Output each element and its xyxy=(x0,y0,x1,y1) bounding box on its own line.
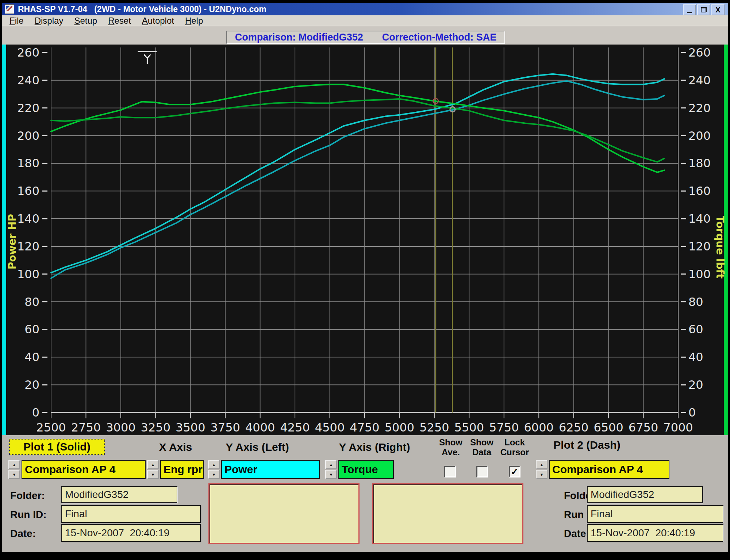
comparison-label: Comparison: ModifiedG352 xyxy=(235,32,363,43)
date-field-right[interactable]: 15-Nov-2007 20:40:19 xyxy=(587,524,723,542)
show-ave-checkbox[interactable] xyxy=(444,466,456,477)
right-tick-label: 200 xyxy=(688,129,711,143)
left-tick-label: 220 xyxy=(17,101,39,115)
spinner-down-icon[interactable]: ▼ xyxy=(8,470,20,479)
right-tick-label: 120 xyxy=(688,239,711,253)
right-axis-title: Torque lbft xyxy=(714,216,726,279)
dyno-chart[interactable]: 0020204040606080801001001201201401401601… xyxy=(2,45,728,435)
spinner-down-icon[interactable]: ▼ xyxy=(147,470,159,479)
restore-icon xyxy=(701,7,707,12)
lock-cursor-checkbox[interactable]: ✓ xyxy=(509,466,520,477)
right-tick-label: 100 xyxy=(688,267,711,281)
window-controls: X xyxy=(683,4,725,15)
right-tick-label: 180 xyxy=(688,156,711,170)
info-box-plot1 xyxy=(208,483,360,544)
window-title: RHAS-SP V1.7-04 (2WD - Motor Vehicle 300… xyxy=(18,4,266,14)
run-id-field-right[interactable]: Final xyxy=(587,505,723,523)
plot1-file-select[interactable]: Comparison AP 4 xyxy=(22,460,146,479)
x-tick-label: 5500 xyxy=(454,421,484,434)
right-tick-label: 260 xyxy=(688,46,711,60)
spinner-down-icon[interactable]: ▼ xyxy=(536,470,548,479)
date-field-left[interactable]: 15-Nov-2007 20:40:19 xyxy=(61,524,201,542)
spinner-up-icon[interactable]: ▲ xyxy=(208,460,220,469)
chart-canvas[interactable]: 0020204040606080801001001201201401401601… xyxy=(2,45,728,435)
y-axis-right-spinner: ▲ ▼ xyxy=(325,460,337,479)
spinner-up-icon[interactable]: ▲ xyxy=(147,460,159,469)
lock-cursor-label: LockCursor xyxy=(491,437,538,457)
y-axis-right-label: Y Axis (Right) xyxy=(325,441,424,453)
menu-display[interactable]: Display xyxy=(29,16,69,26)
comparison-header: Comparison: ModifiedG352 Correction-Meth… xyxy=(226,31,505,44)
x-tick-label: 5250 xyxy=(419,421,449,434)
control-panel: Plot 1 (Solid) X Axis Y Axis (Left) Y Ax… xyxy=(2,435,728,552)
menu-file[interactable]: File xyxy=(4,16,29,26)
show-data-checkbox[interactable] xyxy=(476,466,488,477)
x-tick-label: 5000 xyxy=(385,421,414,434)
plot2-file-select[interactable]: Comparison AP 4 xyxy=(549,460,669,479)
left-tick-label: 20 xyxy=(24,378,39,392)
x-axis-spinner: ▲ ▼ xyxy=(147,460,159,479)
folder-label-left: Folder: xyxy=(10,490,45,502)
minimize-button[interactable] xyxy=(683,4,696,15)
x-tick-label: 6500 xyxy=(593,421,623,434)
left-tick-label: 160 xyxy=(17,184,39,198)
spinner-up-icon[interactable]: ▲ xyxy=(8,460,20,469)
info-box-plot2 xyxy=(372,483,523,544)
right-tick-label: 240 xyxy=(688,73,711,87)
y-axis-left-select[interactable]: Power xyxy=(221,460,320,479)
menu-setup[interactable]: Setup xyxy=(69,16,103,26)
left-axis-color-bar xyxy=(2,45,6,435)
close-button[interactable]: X xyxy=(711,4,725,15)
spinner-down-icon[interactable]: ▼ xyxy=(325,470,337,479)
x-axis-label: X Axis xyxy=(147,441,204,453)
header-band: Comparison: ModifiedG352 Correction-Meth… xyxy=(2,26,728,45)
right-tick-label: 140 xyxy=(688,212,711,226)
folder-field-left[interactable]: ModifiedG352 xyxy=(61,486,177,503)
close-icon: X xyxy=(715,6,720,14)
x-tick-label: 6000 xyxy=(524,421,554,434)
pointer-tool-icon xyxy=(144,54,150,64)
spinner-down-icon[interactable]: ▼ xyxy=(208,470,220,479)
plot1-label[interactable]: Plot 1 (Solid) xyxy=(9,439,105,455)
x-tick-label: 2750 xyxy=(71,421,101,434)
plot2-label: Plot 2 (Dash) xyxy=(536,439,638,451)
correction-method-label: Correction-Method: SAE xyxy=(382,32,497,43)
right-tick-label: 80 xyxy=(688,295,703,309)
x-tick-label: 6250 xyxy=(559,421,588,434)
right-tick-label: 40 xyxy=(688,350,703,364)
run-id-field-left[interactable]: Final xyxy=(61,505,201,523)
left-tick-label: 120 xyxy=(17,239,39,253)
left-tick-label: 260 xyxy=(17,46,39,60)
menu-help[interactable]: Help xyxy=(180,16,208,26)
left-tick-label: 140 xyxy=(17,212,39,226)
left-tick-label: 240 xyxy=(17,73,39,87)
menu-autoplot[interactable]: Autoplot xyxy=(137,16,180,26)
x-tick-label: 4500 xyxy=(315,421,345,434)
menu-bar: FileDisplaySetupResetAutoplotHelp xyxy=(2,15,728,26)
right-tick-label: 220 xyxy=(688,101,711,115)
left-axis-title: Power HP xyxy=(6,214,18,269)
x-tick-label: 4750 xyxy=(350,421,379,434)
x-tick-label: 7000 xyxy=(663,421,693,434)
y-axis-right-select[interactable]: Torque xyxy=(338,460,394,479)
series-power-plot-1-solid- xyxy=(51,74,664,273)
x-tick-label: 3000 xyxy=(106,421,135,434)
restore-button[interactable] xyxy=(697,4,710,15)
x-axis-select[interactable]: Eng rpr xyxy=(160,460,204,479)
series-torque-plot-2-dash- xyxy=(51,99,664,162)
series-torque-plot-1-solid- xyxy=(51,84,664,172)
menu-reset[interactable]: Reset xyxy=(103,16,137,26)
right-tick-label: 160 xyxy=(688,184,711,198)
plot1-file-spinner: ▲ ▼ xyxy=(8,460,20,479)
left-tick-label: 180 xyxy=(17,156,39,170)
x-tick-label: 3750 xyxy=(211,421,240,434)
x-tick-label: 3250 xyxy=(141,421,170,434)
x-tick-label: 4250 xyxy=(280,421,310,434)
y-axis-left-spinner: ▲ ▼ xyxy=(208,460,220,479)
x-tick-label: 5750 xyxy=(489,421,519,434)
spinner-up-icon[interactable]: ▲ xyxy=(536,460,548,469)
right-tick-label: 20 xyxy=(688,378,703,392)
plot2-file-spinner: ▲ ▼ xyxy=(536,460,548,479)
spinner-up-icon[interactable]: ▲ xyxy=(325,460,337,469)
folder-field-right[interactable]: ModifiedG352 xyxy=(587,486,703,503)
